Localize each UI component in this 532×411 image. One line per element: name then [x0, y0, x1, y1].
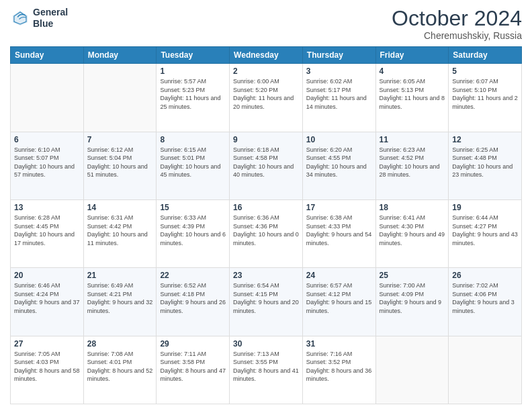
table-row: 3Sunrise: 6:02 AMSunset: 5:17 PMDaylight… [302, 64, 375, 132]
day-number: 5 [452, 66, 518, 76]
day-detail: Sunrise: 6:44 AMSunset: 4:27 PMDaylight:… [452, 214, 518, 247]
day-detail: Sunrise: 7:00 AMSunset: 4:09 PMDaylight:… [380, 281, 445, 315]
day-number: 12 [452, 135, 518, 144]
day-detail: Sunrise: 6:33 AMSunset: 4:39 PMDaylight:… [160, 214, 226, 247]
day-number: 20 [14, 271, 80, 280]
calendar-header-row: Sunday Monday Tuesday Wednesday Thursday… [11, 47, 522, 64]
logo-text: General Blue [33, 7, 68, 30]
col-sunday: Sunday [11, 47, 84, 64]
day-number: 2 [233, 66, 299, 76]
day-detail: Sunrise: 6:23 AMSunset: 4:52 PMDaylight:… [380, 146, 445, 179]
table-row: 25Sunrise: 7:00 AMSunset: 4:09 PMDayligh… [375, 268, 449, 336]
table-row: 17Sunrise: 6:38 AMSunset: 4:33 PMDayligh… [302, 199, 375, 267]
day-number: 7 [87, 135, 153, 144]
day-detail: Sunrise: 6:49 AMSunset: 4:21 PMDaylight:… [87, 281, 153, 315]
table-row: 18Sunrise: 6:41 AMSunset: 4:30 PMDayligh… [375, 199, 449, 267]
table-row: 20Sunrise: 6:46 AMSunset: 4:24 PMDayligh… [11, 268, 84, 336]
day-detail: Sunrise: 6:38 AMSunset: 4:33 PMDaylight:… [306, 214, 372, 247]
page: General Blue October 2024 Cheremushskiy,… [0, 0, 532, 411]
col-tuesday: Tuesday [157, 47, 230, 64]
table-row: 15Sunrise: 6:33 AMSunset: 4:39 PMDayligh… [157, 199, 230, 267]
title-block: October 2024 Cheremushskiy, Russia [392, 7, 522, 41]
table-row: 22Sunrise: 6:52 AMSunset: 4:18 PMDayligh… [157, 268, 230, 336]
table-row: 24Sunrise: 6:57 AMSunset: 4:12 PMDayligh… [302, 268, 375, 336]
day-number: 3 [306, 66, 372, 76]
table-row: 23Sunrise: 6:54 AMSunset: 4:15 PMDayligh… [230, 268, 303, 336]
day-number: 18 [380, 203, 445, 212]
day-number: 1 [160, 66, 226, 76]
table-row [449, 336, 522, 404]
table-row: 4Sunrise: 6:05 AMSunset: 5:13 PMDaylight… [375, 64, 449, 132]
day-detail: Sunrise: 7:13 AMSunset: 3:55 PMDaylight:… [233, 350, 299, 383]
table-row: 1Sunrise: 5:57 AMSunset: 5:23 PMDaylight… [157, 64, 230, 132]
day-detail: Sunrise: 7:16 AMSunset: 3:52 PMDaylight:… [306, 350, 372, 383]
table-row: 29Sunrise: 7:11 AMSunset: 3:58 PMDayligh… [157, 336, 230, 404]
day-detail: Sunrise: 6:25 AMSunset: 4:48 PMDaylight:… [452, 146, 518, 179]
day-detail: Sunrise: 6:46 AMSunset: 4:24 PMDaylight:… [14, 281, 80, 315]
day-detail: Sunrise: 6:20 AMSunset: 4:55 PMDaylight:… [306, 146, 372, 179]
day-number: 11 [380, 135, 445, 144]
day-detail: Sunrise: 6:00 AMSunset: 5:20 PMDaylight:… [233, 77, 299, 111]
table-row: 21Sunrise: 6:49 AMSunset: 4:21 PMDayligh… [83, 268, 157, 336]
day-detail: Sunrise: 6:41 AMSunset: 4:30 PMDaylight:… [380, 214, 445, 247]
table-row: 8Sunrise: 6:15 AMSunset: 5:01 PMDaylight… [157, 132, 230, 199]
day-number: 27 [14, 339, 80, 349]
day-number: 17 [306, 203, 372, 212]
day-number: 22 [160, 271, 226, 280]
calendar-table: Sunday Monday Tuesday Wednesday Thursday… [10, 46, 522, 404]
day-detail: Sunrise: 6:54 AMSunset: 4:15 PMDaylight:… [233, 281, 299, 315]
table-row: 28Sunrise: 7:08 AMSunset: 4:01 PMDayligh… [83, 336, 157, 404]
calendar-week-4: 20Sunrise: 6:46 AMSunset: 4:24 PMDayligh… [11, 268, 522, 336]
table-row: 10Sunrise: 6:20 AMSunset: 4:55 PMDayligh… [302, 132, 375, 199]
day-detail: Sunrise: 6:15 AMSunset: 5:01 PMDaylight:… [160, 146, 226, 179]
day-number: 6 [14, 135, 80, 144]
table-row: 6Sunrise: 6:10 AMSunset: 5:07 PMDaylight… [11, 132, 84, 199]
location: Cheremushskiy, Russia [392, 30, 522, 41]
logo: General Blue [10, 7, 68, 30]
table-row: 2Sunrise: 6:00 AMSunset: 5:20 PMDaylight… [230, 64, 303, 132]
day-detail: Sunrise: 6:07 AMSunset: 5:10 PMDaylight:… [452, 77, 518, 111]
day-detail: Sunrise: 5:57 AMSunset: 5:23 PMDaylight:… [160, 77, 226, 111]
day-number: 26 [452, 271, 518, 280]
day-number: 13 [14, 203, 80, 212]
day-detail: Sunrise: 7:08 AMSunset: 4:01 PMDaylight:… [87, 350, 153, 383]
table-row [11, 64, 84, 132]
table-row: 11Sunrise: 6:23 AMSunset: 4:52 PMDayligh… [375, 132, 449, 199]
day-number: 28 [87, 339, 153, 349]
day-detail: Sunrise: 6:36 AMSunset: 4:36 PMDaylight:… [233, 214, 299, 247]
day-number: 21 [87, 271, 153, 280]
day-detail: Sunrise: 6:52 AMSunset: 4:18 PMDaylight:… [160, 281, 226, 315]
day-number: 9 [233, 135, 299, 144]
day-number: 4 [380, 66, 445, 76]
col-wednesday: Wednesday [230, 47, 303, 64]
table-row [83, 64, 157, 132]
table-row: 12Sunrise: 6:25 AMSunset: 4:48 PMDayligh… [449, 132, 522, 199]
day-number: 24 [306, 271, 372, 280]
table-row: 16Sunrise: 6:36 AMSunset: 4:36 PMDayligh… [230, 199, 303, 267]
day-detail: Sunrise: 6:12 AMSunset: 5:04 PMDaylight:… [87, 146, 153, 179]
day-detail: Sunrise: 7:11 AMSunset: 3:58 PMDaylight:… [160, 350, 226, 383]
day-number: 25 [380, 271, 445, 280]
col-monday: Monday [83, 47, 157, 64]
day-detail: Sunrise: 6:57 AMSunset: 4:12 PMDaylight:… [306, 281, 372, 315]
day-detail: Sunrise: 6:31 AMSunset: 4:42 PMDaylight:… [87, 214, 153, 247]
calendar-week-2: 6Sunrise: 6:10 AMSunset: 5:07 PMDaylight… [11, 132, 522, 199]
table-row: 7Sunrise: 6:12 AMSunset: 5:04 PMDaylight… [83, 132, 157, 199]
day-detail: Sunrise: 6:05 AMSunset: 5:13 PMDaylight:… [380, 77, 445, 111]
day-number: 23 [233, 271, 299, 280]
logo-icon [10, 8, 30, 28]
table-row: 13Sunrise: 6:28 AMSunset: 4:45 PMDayligh… [11, 199, 84, 267]
table-row: 30Sunrise: 7:13 AMSunset: 3:55 PMDayligh… [230, 336, 303, 404]
day-number: 16 [233, 203, 299, 212]
day-number: 10 [306, 135, 372, 144]
col-friday: Friday [375, 47, 449, 64]
day-detail: Sunrise: 6:02 AMSunset: 5:17 PMDaylight:… [306, 77, 372, 111]
day-number: 19 [452, 203, 518, 212]
day-number: 15 [160, 203, 226, 212]
table-row: 27Sunrise: 7:05 AMSunset: 4:03 PMDayligh… [11, 336, 84, 404]
calendar-week-5: 27Sunrise: 7:05 AMSunset: 4:03 PMDayligh… [11, 336, 522, 404]
table-row: 19Sunrise: 6:44 AMSunset: 4:27 PMDayligh… [449, 199, 522, 267]
day-detail: Sunrise: 6:10 AMSunset: 5:07 PMDaylight:… [14, 146, 80, 179]
calendar-week-1: 1Sunrise: 5:57 AMSunset: 5:23 PMDaylight… [11, 64, 522, 132]
table-row: 26Sunrise: 7:02 AMSunset: 4:06 PMDayligh… [449, 268, 522, 336]
